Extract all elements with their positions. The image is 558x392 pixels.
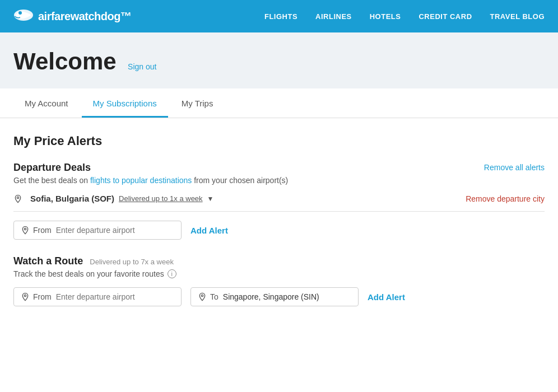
departure-deals-header: Departure Deals Remove all alerts [13, 162, 545, 174]
departure-airport-input[interactable] [56, 226, 174, 235]
desc-prefix: Get the best deals on [13, 176, 90, 185]
watch-route-header: Watch a Route Delivered up to 7x a week [13, 255, 545, 267]
welcome-banner: Welcome Sign out [0, 32, 558, 88]
nav-airlines[interactable]: AIRLINES [315, 12, 352, 21]
from-pin-icon [21, 226, 30, 235]
tab-my-trips[interactable]: My Trips [170, 88, 225, 118]
departure-input-row: From Add Alert [13, 221, 545, 240]
logo-icon [13, 7, 34, 25]
from-label: From [33, 226, 52, 235]
route-from-pin-icon [21, 292, 30, 301]
route-input-row: From To Add Alert [13, 287, 545, 306]
city-info: Sofia, Bulgaria (SOF) Delivered up to 1x… [13, 194, 214, 203]
remove-departure-city-link[interactable]: Remove departure city [466, 194, 545, 203]
nav-links: FLIGHTS AIRLINES HOTELS CREDIT CARD TRAV… [264, 12, 545, 21]
departure-from-wrapper: From [13, 221, 182, 240]
nav-hotels[interactable]: HOTELS [370, 12, 401, 21]
departure-deals-section: Departure Deals Remove all alerts Get th… [13, 162, 545, 240]
watch-route-desc: Track the best deals on your favorite ro… [13, 269, 545, 278]
info-icon[interactable]: i [168, 269, 176, 278]
route-to-pin-icon [198, 292, 207, 301]
route-to-input[interactable] [223, 292, 351, 301]
route-to-label: To [210, 292, 218, 301]
watch-route-section: Watch a Route Delivered up to 7x a week … [13, 255, 545, 306]
welcome-title: Welcome [13, 48, 117, 74]
tab-my-account[interactable]: My Account [13, 88, 80, 118]
navigation: airfarewatchdog™ FLIGHTS AIRLINES HOTELS… [0, 0, 558, 32]
desc-link[interactable]: flights to popular destinations [90, 176, 192, 185]
nav-travel-blog[interactable]: TRAVEL BLOG [490, 12, 545, 21]
city-row: Sofia, Bulgaria (SOF) Delivered up to 1x… [13, 194, 545, 203]
watch-route-title: Watch a Route [13, 255, 83, 267]
main-content: My Price Alerts Departure Deals Remove a… [0, 118, 558, 322]
watch-route-desc-text: Track the best deals on your favorite ro… [13, 269, 164, 278]
svg-point-4 [24, 295, 26, 296]
logo[interactable]: airfarewatchdog™ [13, 7, 131, 25]
svg-point-5 [201, 295, 203, 296]
chevron-down-icon[interactable]: ▼ [207, 195, 214, 203]
svg-point-1 [18, 11, 22, 15]
svg-point-3 [24, 228, 26, 230]
tab-my-subscriptions[interactable]: My Subscriptions [82, 88, 168, 118]
remove-all-alerts-link[interactable]: Remove all alerts [484, 163, 545, 172]
route-from-wrapper: From [13, 287, 182, 306]
price-alerts-title: My Price Alerts [13, 134, 545, 148]
route-from-input[interactable] [56, 292, 174, 301]
route-from-label: From [33, 292, 52, 301]
add-alert-button[interactable]: Add Alert [190, 226, 228, 235]
logo-text: airfarewatchdog™ [38, 10, 131, 23]
nav-credit-card[interactable]: CREDIT CARD [418, 12, 472, 21]
route-add-alert-button[interactable]: Add Alert [368, 292, 405, 302]
departure-deals-desc: Get the best deals on flights to popular… [13, 176, 545, 185]
tabs-bar: My Account My Subscriptions My Trips [0, 88, 558, 118]
watch-route-delivery: Delivered up to 7x a week [90, 258, 174, 266]
desc-suffix: from your chosen airport(s) [192, 176, 288, 185]
location-pin-icon [13, 194, 22, 203]
divider [13, 211, 545, 212]
delivery-frequency-link[interactable]: Delivered up to 1x a week [119, 194, 203, 203]
city-name: Sofia, Bulgaria (SOF) [30, 194, 114, 203]
departure-deals-title: Departure Deals [13, 162, 91, 174]
nav-flights[interactable]: FLIGHTS [264, 12, 297, 21]
sign-out-link[interactable]: Sign out [128, 62, 156, 71]
svg-point-2 [17, 197, 18, 198]
route-to-wrapper: To [190, 287, 359, 306]
